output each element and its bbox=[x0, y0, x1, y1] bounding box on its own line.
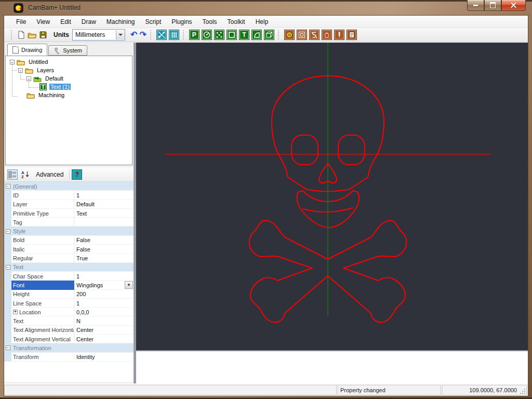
skull-right-eye[interactable] bbox=[338, 135, 365, 165]
property-name-cell[interactable]: Bold bbox=[11, 236, 74, 245]
property-row[interactable]: Text Alignment Horizontal Center bbox=[4, 326, 134, 335]
property-grid[interactable]: - (General) ID 1 Layer Default Primitive… bbox=[4, 182, 134, 382]
property-row[interactable]: Italic False bbox=[4, 245, 134, 254]
tree-item-layers[interactable]: - Layers bbox=[18, 66, 55, 74]
toolbar-grip[interactable] bbox=[150, 30, 153, 39]
property-name-cell[interactable]: Char Space bbox=[11, 272, 74, 281]
units-combobox[interactable]: Millimeters bbox=[72, 29, 125, 41]
title-bar[interactable]: CamBam+ Untitled bbox=[0, 0, 532, 16]
property-name-cell[interactable]: Text Alignment Vertical bbox=[11, 335, 74, 343]
toolbar-grip[interactable] bbox=[183, 30, 185, 39]
property-value-cell[interactable]: Wingdings▼ bbox=[74, 281, 134, 289]
category-expander-icon[interactable]: - bbox=[6, 229, 10, 234]
tree-item-default-layer[interactable]: - Default bbox=[26, 74, 64, 83]
new-file-button[interactable] bbox=[17, 29, 25, 41]
property-row[interactable]: ID 1 bbox=[4, 191, 134, 200]
menu-item[interactable]: File bbox=[11, 17, 31, 27]
property-row[interactable]: Text Alignment Vertical Center bbox=[4, 335, 134, 343]
property-name-cell[interactable]: +Location bbox=[11, 308, 74, 316]
machining-engrave-button[interactable] bbox=[334, 30, 344, 40]
alphabetical-sort-button[interactable]: A Z bbox=[20, 169, 30, 180]
property-name-cell[interactable]: Font bbox=[11, 281, 74, 289]
redo-button[interactable]: ↷ bbox=[139, 29, 146, 41]
draw-surface-button[interactable] bbox=[264, 30, 274, 40]
property-name-cell[interactable]: Text bbox=[11, 263, 134, 272]
property-value-cell[interactable]: 1 bbox=[74, 299, 134, 308]
property-name-cell[interactable]: Text Alignment Horizontal bbox=[11, 326, 74, 335]
grid-toggle-button[interactable] bbox=[169, 30, 179, 40]
machining-lathe-button[interactable] bbox=[322, 30, 332, 40]
property-row[interactable]: Text N bbox=[4, 316, 134, 325]
zoom-fit-button[interactable] bbox=[156, 30, 167, 40]
property-name-cell[interactable]: Italic bbox=[11, 245, 74, 254]
property-value-cell[interactable]: Center bbox=[74, 326, 134, 335]
menu-item[interactable]: Script bbox=[141, 17, 166, 27]
tab-drawing[interactable]: Drawing bbox=[7, 44, 47, 56]
advanced-button[interactable]: Advanced bbox=[32, 170, 67, 179]
property-name-cell[interactable]: Text bbox=[11, 316, 74, 325]
menu-item[interactable]: Plugins bbox=[167, 17, 196, 27]
undo-button[interactable]: ↶ bbox=[130, 29, 137, 41]
property-row[interactable]: - Style bbox=[4, 227, 134, 235]
menu-item[interactable]: Tools bbox=[198, 17, 222, 27]
close-button[interactable] bbox=[501, 0, 526, 11]
skull-left-eye[interactable] bbox=[291, 135, 318, 165]
property-value-cell[interactable]: False bbox=[74, 236, 134, 245]
menu-item[interactable]: Help bbox=[251, 17, 273, 27]
expander-icon[interactable]: - bbox=[26, 76, 31, 81]
property-value-cell[interactable]: 0,0,0 bbox=[74, 308, 134, 316]
draw-circle-button[interactable] bbox=[202, 30, 212, 40]
save-button[interactable] bbox=[39, 29, 47, 41]
expand-icon[interactable]: + bbox=[13, 310, 18, 314]
machining-ncfile-button[interactable] bbox=[347, 30, 357, 40]
property-value-cell[interactable]: Default bbox=[74, 200, 134, 209]
property-name-cell[interactable]: Tag bbox=[11, 218, 74, 227]
property-row[interactable]: - Text bbox=[4, 263, 134, 272]
property-value-cell[interactable] bbox=[74, 218, 134, 227]
drawing-tree[interactable]: - Untitled - Layers - Default T Text (1) bbox=[5, 56, 132, 165]
property-name-cell[interactable]: Regular bbox=[11, 254, 74, 262]
property-value-cell[interactable]: True bbox=[74, 254, 134, 262]
property-name-cell[interactable]: Transform bbox=[11, 353, 74, 362]
draw-polyline-button[interactable]: P bbox=[189, 30, 200, 40]
property-row[interactable]: Bold False bbox=[4, 236, 134, 245]
property-name-cell[interactable]: Transformation bbox=[11, 343, 134, 352]
draw-rectangle-button[interactable] bbox=[227, 30, 237, 40]
property-name-cell[interactable]: Style bbox=[11, 227, 134, 235]
property-name-cell[interactable]: (General) bbox=[11, 182, 134, 191]
drawing-viewport[interactable] bbox=[136, 43, 528, 350]
property-row[interactable]: Line Space 1 bbox=[4, 299, 134, 308]
property-value-cell[interactable]: 1 bbox=[74, 191, 134, 200]
property-row[interactable]: Font Wingdings▼ bbox=[4, 281, 134, 289]
machining-profile-button[interactable] bbox=[309, 30, 320, 40]
help-button[interactable]: ? bbox=[72, 169, 82, 180]
property-value-cell[interactable]: False bbox=[74, 245, 134, 254]
property-row[interactable]: +Location 0,0,0 bbox=[4, 308, 134, 316]
property-row[interactable]: Layer Default bbox=[4, 200, 134, 209]
draw-points-button[interactable] bbox=[214, 30, 224, 40]
combo-dropdown-button[interactable] bbox=[116, 30, 125, 39]
property-value-cell[interactable]: 1 bbox=[74, 272, 134, 281]
open-file-button[interactable] bbox=[28, 29, 37, 41]
menu-item[interactable]: Draw bbox=[77, 17, 101, 27]
machining-drill-button[interactable] bbox=[284, 30, 295, 40]
menu-item[interactable]: Toolkit bbox=[223, 17, 250, 27]
property-row[interactable]: Transform Identity bbox=[4, 353, 134, 362]
dropdown-button-icon[interactable]: ▼ bbox=[125, 281, 133, 288]
expander-icon[interactable]: - bbox=[10, 60, 15, 64]
menu-item[interactable]: View bbox=[32, 17, 55, 27]
property-row[interactable]: - (General) bbox=[4, 182, 134, 191]
maximize-button[interactable] bbox=[484, 0, 501, 11]
draw-text-button[interactable]: T bbox=[239, 30, 249, 40]
toolbar-grip[interactable] bbox=[11, 30, 14, 39]
property-name-cell[interactable]: Line Space bbox=[11, 299, 74, 308]
property-value-cell[interactable]: Text bbox=[74, 209, 134, 218]
property-value-cell[interactable]: Identity bbox=[74, 353, 134, 362]
property-row[interactable]: Primitive Type Text bbox=[4, 209, 134, 218]
property-row[interactable]: Regular True bbox=[4, 254, 134, 262]
minimize-button[interactable] bbox=[467, 0, 484, 11]
property-row[interactable]: Char Space 1 bbox=[4, 272, 134, 281]
tree-item-untitled[interactable]: - Untitled bbox=[10, 58, 49, 66]
property-row[interactable]: Tag bbox=[4, 218, 134, 227]
toolbar-grip[interactable] bbox=[278, 30, 281, 39]
